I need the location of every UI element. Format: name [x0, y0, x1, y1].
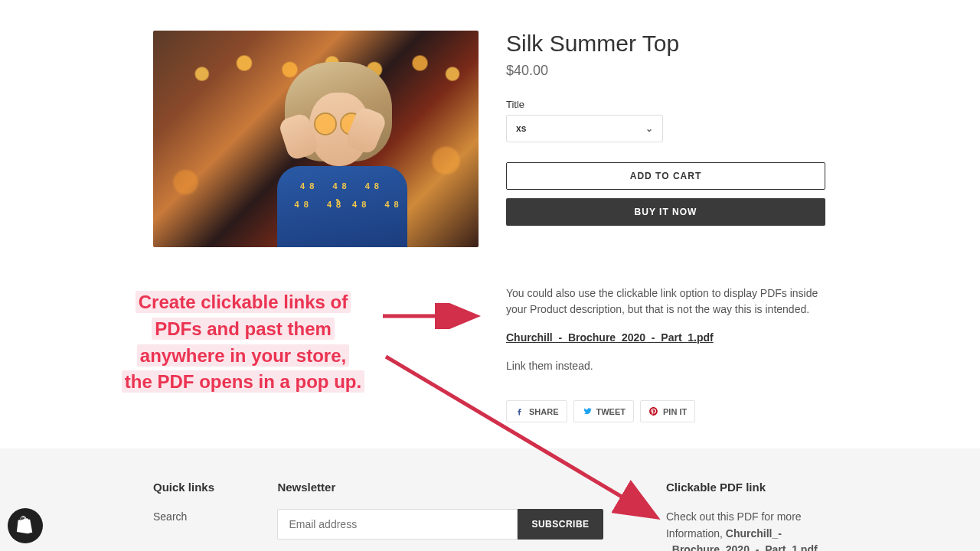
buy-it-now-button[interactable]: BUY IT NOW [506, 198, 825, 226]
pdf-link[interactable]: Churchill_-_Brochure_2020_-_Part_1.pdf [506, 331, 714, 344]
chevron-down-icon: ⌄ [645, 123, 653, 134]
variant-value: xs [516, 123, 526, 134]
annotation-arrow-icon [380, 303, 487, 329]
variant-select[interactable]: xs ⌄ [506, 115, 663, 142]
annotation-callout: Create clickable links of PDFs and past … [107, 289, 379, 396]
variant-label: Title [506, 99, 827, 110]
product-price: $40.00 [506, 63, 827, 79]
shopify-icon [16, 516, 34, 536]
shopify-badge[interactable] [8, 508, 43, 543]
annotation-arrow-icon [381, 352, 672, 528]
footer-pdf-text: Check out this PDF for more Information,… [666, 509, 827, 551]
add-to-cart-button[interactable]: ADD TO CART [506, 162, 825, 190]
product-title: Silk Summer Top [506, 31, 827, 57]
quick-links-title: Quick links [153, 481, 214, 494]
product-image [153, 31, 479, 247]
description-text-1: You could also use the clickable link op… [506, 285, 827, 318]
search-link[interactable]: Search [153, 510, 187, 523]
clickable-pdf-title: Clickable PDF link [666, 481, 827, 494]
